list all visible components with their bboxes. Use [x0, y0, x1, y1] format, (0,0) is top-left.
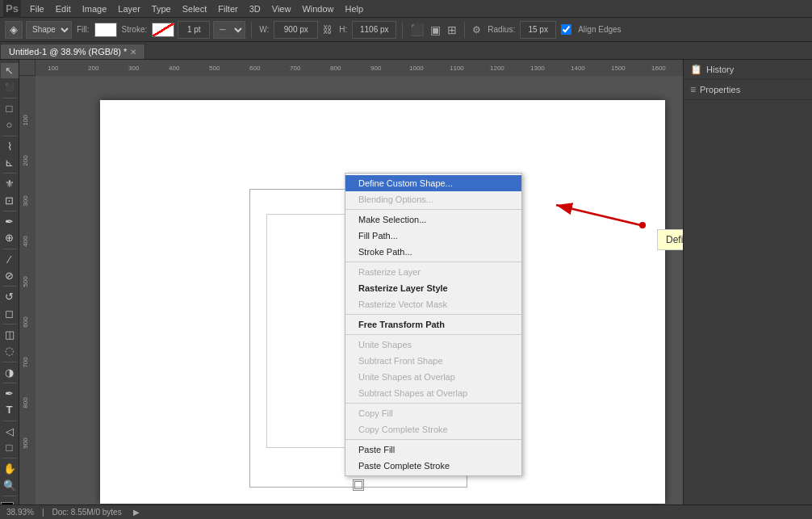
options-toolbar: ◈ Shape Path Pixels Fill: Stroke: ─ W: ⛓… — [0, 18, 812, 42]
svg-text:200: 200 — [22, 155, 29, 166]
menu-select[interactable]: Select — [177, 2, 213, 15]
width-input[interactable] — [274, 21, 318, 39]
ctx-rasterize-layer-style[interactable]: Rasterize Layer Style — [345, 280, 521, 296]
tool-artboard[interactable]: ⬛ — [1, 79, 19, 94]
tool-lasso2[interactable]: ⊾ — [1, 155, 19, 170]
ctx-free-transform-path[interactable]: Free Transform Path — [345, 316, 521, 333]
fill-label: Fill: — [77, 25, 90, 34]
tool-eraser[interactable]: ◻ — [1, 306, 19, 321]
ctx-sep5 — [345, 403, 521, 404]
svg-text:900: 900 — [22, 437, 29, 449]
ctx-sep4 — [345, 334, 521, 335]
ctx-make-selection[interactable]: Make Selection... — [345, 211, 521, 228]
tab-close-icon[interactable]: ✕ — [130, 48, 136, 57]
align-icon2[interactable]: ▣ — [429, 23, 442, 36]
tool-heal[interactable]: ⊕ — [1, 230, 19, 245]
stroke-size-input[interactable] — [178, 21, 210, 39]
status-sep: | — [42, 508, 44, 517]
tool-crop[interactable]: ⊡ — [1, 192, 19, 207]
svg-text:100: 100 — [22, 115, 29, 126]
gear-icon[interactable]: ⚙ — [471, 24, 483, 36]
document-tab[interactable]: Untitled-1 @ 38.9% (RGB/8) * ✕ — [0, 44, 145, 59]
tool-gradient[interactable]: ◫ — [1, 327, 19, 342]
stroke-type-select[interactable]: ─ — [213, 21, 245, 39]
menu-edit[interactable]: Edit — [50, 2, 77, 15]
context-menu: Define Custom Shape... Blending Options.… — [345, 173, 522, 476]
align-icon3[interactable]: ⊞ — [446, 23, 458, 36]
ctx-fill-path[interactable]: Fill Path... — [345, 228, 521, 244]
ctx-paste-complete-stroke[interactable]: Paste Complete Stroke — [345, 458, 521, 474]
tool-blur[interactable]: ◌ — [1, 343, 19, 358]
menu-window[interactable]: Window — [296, 2, 339, 15]
history-icon: 📋 — [690, 64, 702, 75]
shape-mode-select[interactable]: Shape Path Pixels — [26, 21, 72, 39]
align-icon1[interactable]: ⬛ — [408, 23, 425, 36]
align-edges-checkbox[interactable] — [561, 24, 571, 35]
tool-dodge[interactable]: ◑ — [1, 365, 19, 380]
tool-text[interactable]: T — [1, 402, 19, 417]
arrow-indicator: ▶ — [133, 508, 140, 517]
svg-text:600: 600 — [22, 316, 29, 328]
history-panel-header: 📋 History — [684, 60, 812, 80]
tool-shape[interactable]: □ — [1, 440, 19, 455]
tool-stamp[interactable]: ⊘ — [1, 268, 19, 283]
app-logo: Ps — [3, 0, 21, 18]
tool-eyedropper[interactable]: ✒ — [1, 214, 19, 229]
svg-text:500: 500 — [209, 65, 220, 72]
annotation-tooltip: Define Custom Shape — [657, 229, 683, 250]
fill-swatch[interactable] — [94, 23, 117, 37]
right-panel: 📋 History ≡ Properties — [683, 60, 812, 519]
menu-image[interactable]: Image — [77, 2, 113, 15]
zoom-level: 38.93% — [6, 508, 34, 517]
menu-help[interactable]: Help — [340, 2, 370, 15]
tool-preset-btn[interactable]: ◈ — [5, 21, 23, 39]
tool-move[interactable]: ↖ — [1, 63, 19, 78]
menu-filter[interactable]: Filter — [212, 2, 243, 15]
svg-text:1600: 1600 — [651, 65, 666, 72]
tool-brush[interactable]: ∕ — [1, 251, 19, 266]
height-input[interactable] — [352, 21, 396, 39]
ctx-subtract-shapes-overlap: Subtract Shapes at Overlap — [345, 385, 521, 401]
tool-history-brush[interactable]: ↺ — [1, 289, 19, 304]
tool-marquee-ellipse[interactable]: ○ — [1, 117, 19, 132]
svg-text:900: 900 — [370, 65, 382, 72]
status-bar: 38.93% | Doc: 8.55M/0 bytes ▶ — [0, 504, 812, 519]
ruler-vertical: 100 200 300 400 500 600 700 800 900 — [19, 76, 36, 519]
tool-pen[interactable]: ✒ — [1, 386, 19, 401]
ctx-rasterize-layer: Rasterize Layer — [345, 264, 521, 280]
radius-input[interactable] — [520, 21, 556, 39]
tool-sep7 — [2, 324, 17, 324]
path-handle-bottom[interactable] — [353, 479, 364, 491]
menu-3d[interactable]: 3D — [244, 2, 266, 15]
ruler-corner — [19, 60, 36, 76]
svg-text:800: 800 — [330, 65, 341, 72]
tool-zoom[interactable]: 🔍 — [1, 478, 19, 493]
ctx-rasterize-vector-mask: Rasterize Vector Mask — [345, 296, 521, 312]
tool-lasso[interactable]: ⌇ — [1, 138, 19, 153]
svg-text:700: 700 — [22, 357, 29, 368]
menu-file[interactable]: File — [24, 2, 50, 15]
svg-text:100: 100 — [48, 65, 59, 72]
svg-text:1000: 1000 — [409, 65, 424, 72]
menu-type[interactable]: Type — [146, 2, 177, 15]
svg-text:1500: 1500 — [611, 65, 626, 72]
menu-bar: Ps File Edit Image Layer Type Select Fil… — [0, 0, 812, 18]
ctx-define-custom-shape[interactable]: Define Custom Shape... — [345, 175, 521, 191]
tool-sep10 — [2, 421, 17, 421]
sep2 — [402, 22, 403, 38]
menu-view[interactable]: View — [266, 2, 297, 15]
ctx-paste-fill[interactable]: Paste Fill — [345, 442, 521, 458]
tool-path-select[interactable]: ◁ — [1, 423, 19, 438]
link-icon[interactable]: ⛓ — [321, 24, 334, 36]
ctx-copy-fill: Copy Fill — [345, 405, 521, 421]
ctx-stroke-path[interactable]: Stroke Path... — [345, 244, 521, 260]
tool-sep1 — [2, 98, 17, 98]
tool-marquee-rect[interactable]: □ — [1, 101, 19, 116]
width-label: W: — [259, 25, 269, 34]
tool-hand[interactable]: ✋ — [1, 461, 19, 476]
ctx-unite-shapes-overlap: Unite Shapes at Overlap — [345, 369, 521, 385]
menu-layer[interactable]: Layer — [112, 2, 146, 15]
stroke-swatch[interactable] — [152, 23, 174, 37]
svg-text:1200: 1200 — [490, 65, 504, 72]
tool-quick-select[interactable]: ⚜ — [1, 176, 19, 191]
